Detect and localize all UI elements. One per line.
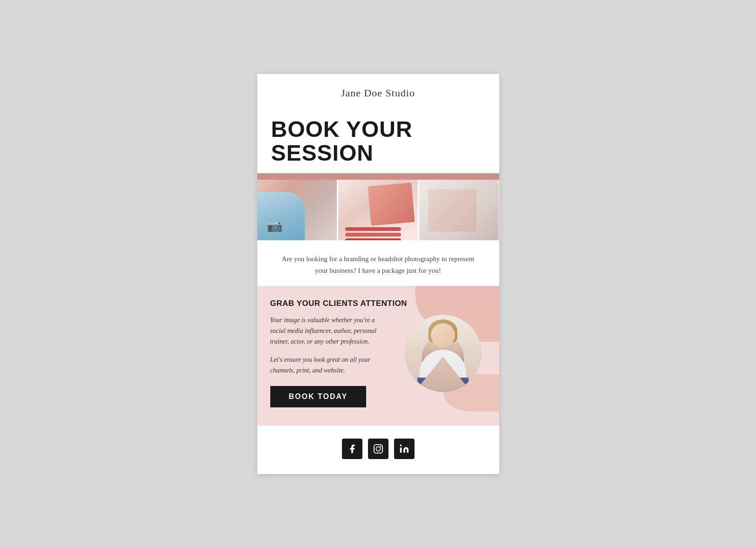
book-button-wrap: BOOK TODAY: [270, 386, 391, 407]
svg-point-4: [400, 444, 401, 446]
hero-title-section: BOOK YOUR SESSION: [257, 108, 499, 173]
pink-bar: [257, 173, 499, 180]
photo-cell-1: [257, 180, 337, 240]
photo-placeholder-1: [257, 180, 337, 240]
feature-paragraph-1: Your image is valuable whether you're a …: [270, 315, 391, 347]
email-card: Jane Doe Studio BOOK YOUR SESSION: [257, 74, 499, 474]
feature-section: GRAB YOUR CLIENTS ATTENTION Your image i…: [257, 286, 499, 426]
social-footer: [257, 426, 499, 474]
linkedin-icon: [399, 444, 409, 454]
photo-grid: [257, 180, 499, 240]
portrait-figure: [405, 315, 482, 392]
body-text-section: Are you looking for a branding or headsh…: [257, 240, 499, 286]
portrait-circle: [405, 315, 482, 392]
svg-point-1: [376, 447, 380, 451]
feature-paragraph-2: Let's ensure you look great on all your …: [270, 354, 391, 376]
photo-cell-3: [419, 180, 499, 240]
portrait-area: [400, 315, 486, 392]
facebook-icon: [347, 444, 357, 454]
svg-point-2: [380, 446, 381, 447]
feature-text-column: Your image is valuable whether you're a …: [270, 315, 391, 407]
instagram-icon: [373, 444, 383, 454]
studio-name: Jane Doe Studio: [267, 87, 490, 99]
svg-rect-3: [400, 447, 401, 453]
hero-title: BOOK YOUR SESSION: [271, 118, 485, 165]
page-wrapper: Jane Doe Studio BOOK YOUR SESSION: [0, 0, 756, 548]
body-paragraph: Are you looking for a branding or headsh…: [281, 253, 476, 277]
book-today-button[interactable]: BOOK TODAY: [270, 386, 367, 407]
email-header: Jane Doe Studio: [257, 74, 499, 108]
photo-cell-2: [338, 180, 418, 240]
photo-placeholder-3: [419, 180, 499, 240]
svg-rect-0: [374, 444, 382, 453]
instagram-icon-button[interactable]: [368, 439, 388, 459]
photo-placeholder-2: [338, 180, 418, 240]
photo-strip: [257, 173, 499, 240]
linkedin-icon-button[interactable]: [394, 439, 415, 459]
facebook-icon-button[interactable]: [342, 439, 362, 459]
